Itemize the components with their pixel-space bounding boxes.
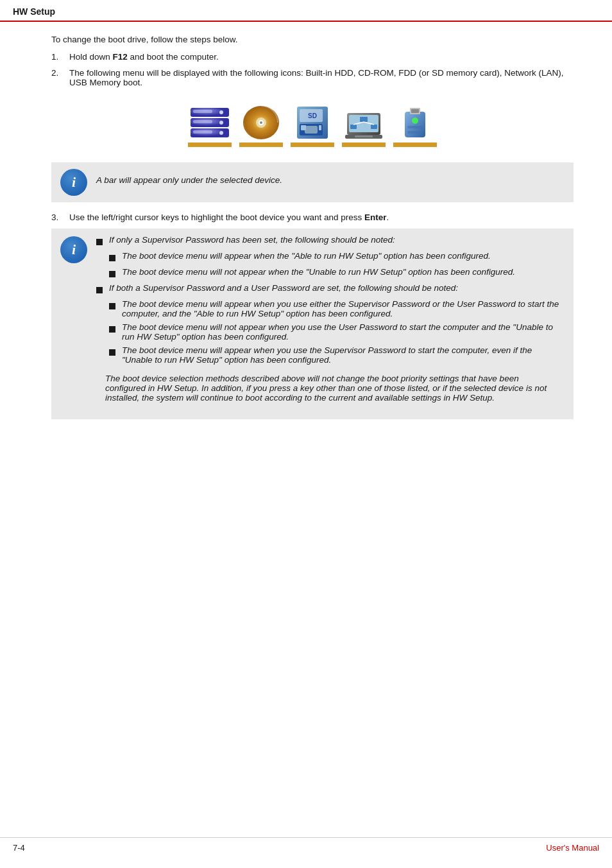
fdd-device-icon: SD	[291, 103, 334, 147]
bullet-text-1: If only a Supervisor Password has been s…	[109, 235, 395, 245]
header-title: HW Setup	[13, 6, 55, 17]
sub-bullet-text-2b: The boot device menu will not appear whe…	[122, 322, 565, 342]
usb-device-icon	[393, 103, 437, 147]
hdd-icon	[188, 103, 232, 143]
bullet-list-2: If both a Supervisor Password and a User…	[96, 283, 565, 295]
bullet-text-2: If both a Supervisor Password and a User…	[109, 283, 458, 293]
network-device-icon	[342, 103, 386, 147]
usb-icon-bar	[393, 143, 437, 147]
svg-rect-28	[355, 135, 373, 137]
sub-bullet-list-1: The boot device menu will appear when th…	[109, 251, 565, 279]
sub-bullet-list-2: The boot device menu will appear when yo…	[109, 299, 565, 365]
step-1: 1. Hold down F12 and boot the computer.	[51, 52, 574, 62]
sub-bullet-text-1a: The boot device menu will appear when th…	[122, 251, 491, 261]
svg-point-32	[412, 117, 418, 124]
note-box-1: i A bar will appear only under the selec…	[51, 162, 574, 202]
svg-rect-6	[193, 110, 212, 113]
network-icon-bar	[342, 143, 386, 147]
svg-point-5	[219, 131, 223, 135]
page-number: 7-4	[13, 843, 25, 853]
svg-rect-33	[407, 126, 423, 128]
cd-icon	[239, 103, 283, 143]
info-icon-1: i	[60, 169, 87, 196]
cd-device-icon	[239, 103, 283, 147]
note-text-1: A bar will appear only under the selecte…	[96, 169, 282, 185]
manual-title: User's Manual	[546, 843, 599, 853]
numbered-steps: 1. Hold down F12 and boot the computer. …	[51, 52, 574, 87]
svg-rect-34	[407, 131, 423, 134]
svg-point-12	[260, 121, 262, 124]
step-3-bold: Enter	[364, 213, 387, 222]
sub-bullet-text-2a: The boot device menu will appear when yo…	[122, 299, 565, 318]
step-2-content: The following menu will be displayed wit…	[69, 68, 574, 87]
step-2-number: 2.	[51, 68, 69, 87]
svg-point-3	[219, 110, 223, 114]
sub-bullet-square-1b	[109, 269, 118, 279]
svg-text:SD: SD	[308, 112, 317, 119]
sub-bullet-item-2b: The boot device menu will not appear whe…	[109, 322, 565, 342]
footer-paragraph: The boot device selection methods descri…	[96, 369, 565, 410]
step-3-content: Use the left/right cursor keys to highli…	[69, 213, 574, 222]
sub-bullet-item-2c: The boot device menu will appear when yo…	[109, 345, 565, 365]
hdd-icon-bar	[188, 143, 232, 147]
bullet-list-1: If only a Supervisor Password has been s…	[96, 235, 565, 247]
svg-rect-31	[411, 109, 419, 113]
svg-rect-8	[193, 130, 212, 134]
intro-text: To change the boot drive, follow the ste…	[51, 35, 574, 44]
fdd-icon-bar	[291, 143, 334, 147]
info-content: If only a Supervisor Password has been s…	[96, 235, 565, 410]
hdd-device-icon	[188, 103, 232, 147]
bullet-item-1: If only a Supervisor Password has been s…	[96, 235, 565, 247]
sub-bullet-text-2c: The boot device menu will appear when yo…	[122, 345, 565, 365]
svg-rect-23	[350, 125, 357, 129]
sub-bullet-square-1a	[109, 253, 118, 263]
sub-bullet-text-1b: The boot device menu will not appear whe…	[122, 267, 515, 277]
info-icon-2: i	[60, 236, 87, 263]
svg-rect-18	[319, 125, 321, 130]
device-icons: SD	[51, 103, 574, 147]
page-footer: 7-4 User's Manual	[0, 837, 612, 853]
network-icon	[342, 103, 386, 143]
step-3: 3. Use the left/right cursor keys to hig…	[51, 213, 574, 222]
fdd-icon: SD	[291, 103, 334, 143]
info-section: i If only a Supervisor Password has been…	[51, 229, 574, 419]
svg-rect-7	[193, 120, 212, 123]
step-1-number: 1.	[51, 52, 69, 62]
bullet-square-1	[96, 237, 105, 247]
sub-bullet-item-1a: The boot device menu will appear when th…	[109, 251, 565, 263]
step-2: 2. The following menu will be displayed …	[51, 68, 574, 87]
sub-bullet-square-2c	[109, 347, 118, 358]
svg-rect-22	[360, 117, 368, 122]
sub-bullet-square-2a	[109, 301, 118, 311]
main-content: To change the boot drive, follow the ste…	[0, 22, 612, 442]
sub-bullet-square-2b	[109, 324, 118, 334]
cd-icon-bar	[239, 143, 283, 147]
svg-rect-17	[301, 125, 306, 130]
sub-bullet-item-1b: The boot device menu will not appear whe…	[109, 267, 565, 279]
sub-bullet-item-2a: The boot device menu will appear when yo…	[109, 299, 565, 318]
svg-rect-16	[305, 126, 318, 134]
svg-rect-24	[371, 125, 377, 129]
step-1-content: Hold down F12 and boot the computer.	[69, 52, 574, 62]
usb-icon	[393, 103, 437, 143]
page-header: HW Setup	[0, 0, 612, 22]
step-3-number: 3.	[51, 213, 69, 222]
bullet-item-2: If both a Supervisor Password and a User…	[96, 283, 565, 295]
bullet-square-2	[96, 285, 105, 295]
step-1-bold: F12	[113, 52, 128, 62]
svg-point-4	[219, 121, 223, 125]
